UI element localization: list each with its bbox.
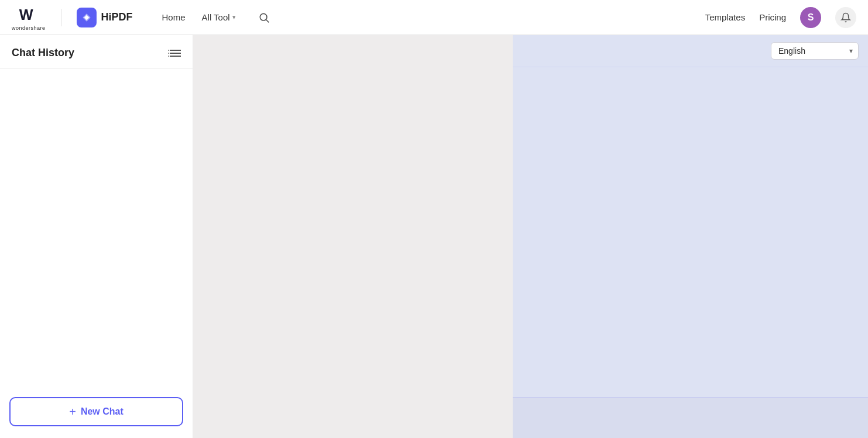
- brand-area: W wondershare HiPDF: [12, 4, 133, 31]
- center-panel: [193, 35, 513, 438]
- navbar-right: Templates Pricing S: [705, 7, 856, 28]
- sidebar: Chat History + New Chat: [0, 35, 193, 438]
- right-panel-header: English Chinese French German Spanish Ja…: [513, 35, 868, 67]
- chat-history-list: [0, 69, 193, 438]
- user-avatar[interactable]: S: [800, 7, 821, 28]
- svg-point-2: [260, 13, 267, 20]
- hipdf-icon: [77, 8, 97, 27]
- hipdf-brand[interactable]: HiPDF: [77, 8, 133, 27]
- chat-history-title: Chat History: [12, 47, 74, 59]
- right-panel-body: [513, 67, 868, 397]
- nav-templates[interactable]: Templates: [705, 12, 745, 22]
- sidebar-header: Chat History: [0, 35, 193, 69]
- right-panel: English Chinese French German Spanish Ja…: [513, 35, 868, 438]
- svg-text:W: W: [19, 6, 33, 23]
- svg-line-3: [266, 19, 269, 22]
- wondershare-label: wondershare: [12, 25, 46, 31]
- nav-links: Home All Tool ▾: [162, 8, 273, 27]
- nav-home[interactable]: Home: [162, 12, 186, 22]
- notification-button[interactable]: [835, 7, 856, 28]
- sidebar-toggle-button[interactable]: [168, 48, 181, 58]
- hipdf-label: HiPDF: [101, 11, 133, 23]
- language-select[interactable]: English Chinese French German Spanish Ja…: [771, 42, 859, 60]
- new-chat-plus-icon: +: [69, 405, 76, 419]
- brand-divider: [61, 9, 61, 26]
- search-button[interactable]: [255, 8, 273, 27]
- all-tool-chevron: ▾: [232, 13, 236, 21]
- new-chat-button[interactable]: + New Chat: [9, 397, 183, 426]
- main-content: Chat History + New Chat: [0, 35, 868, 438]
- new-chat-label: New Chat: [81, 406, 123, 417]
- wondershare-logo[interactable]: W wondershare: [12, 4, 46, 31]
- nav-pricing[interactable]: Pricing: [759, 12, 786, 22]
- right-panel-bottom: [513, 397, 868, 438]
- language-selector-wrapper[interactable]: English Chinese French German Spanish Ja…: [771, 42, 859, 60]
- nav-all-tool[interactable]: All Tool ▾: [202, 12, 236, 22]
- navbar: W wondershare HiPDF Home All Tool ▾: [0, 0, 868, 35]
